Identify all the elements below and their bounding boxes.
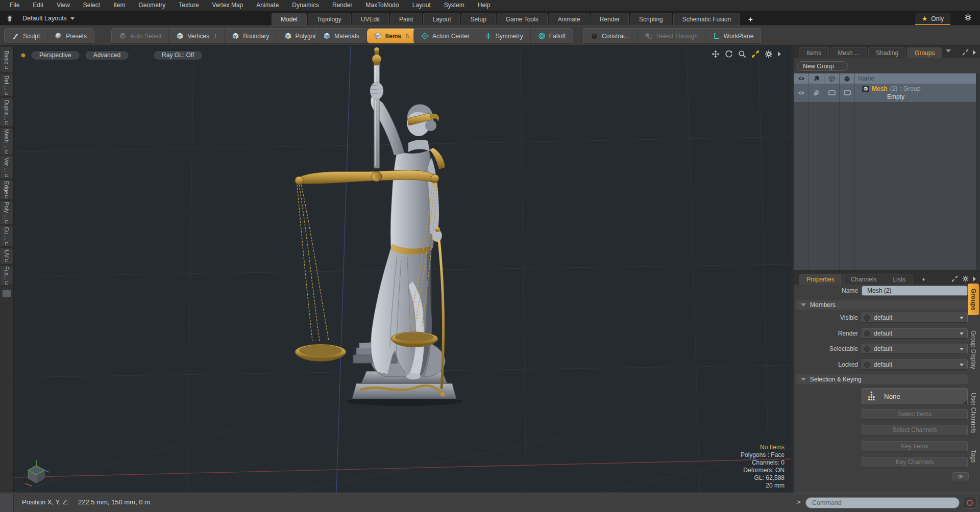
channel-socket-icon[interactable]	[864, 346, 870, 352]
tab-mesh-ops[interactable]: Mesh ...	[830, 47, 867, 58]
menu-edit[interactable]: Edit	[26, 0, 50, 11]
group-name-input[interactable]	[862, 286, 968, 296]
workplane-button[interactable]: WorkPlane	[705, 29, 761, 43]
menu-maxtomodo[interactable]: MaxToModo	[359, 0, 405, 11]
selectable-dropdown[interactable]: default	[862, 344, 968, 354]
tab-scripting[interactable]: Scripting	[630, 13, 672, 25]
list-scrollbar[interactable]	[976, 73, 980, 270]
toolbox-palette-tile[interactable]	[2, 290, 11, 297]
edge-tab-group-display[interactable]: Group Display	[968, 317, 979, 382]
zoom-icon[interactable]	[738, 50, 746, 58]
orbit-icon[interactable]	[725, 50, 733, 58]
cube-filled-column-icon[interactable]	[840, 73, 855, 84]
edge-tab-groups[interactable]: Groups	[968, 284, 979, 315]
menu-geometry[interactable]: Geometry	[132, 0, 173, 11]
constraints-button[interactable]: Constrai...	[583, 29, 638, 43]
gear-icon[interactable]	[765, 50, 773, 58]
locked-dropdown[interactable]: default	[862, 360, 968, 370]
gear-icon[interactable]	[962, 275, 969, 282]
key-channels-button[interactable]: Key Channels	[862, 457, 968, 468]
channel-socket-icon[interactable]	[864, 331, 870, 337]
members-section-header[interactable]: Members	[796, 300, 968, 310]
perspective-button[interactable]: Perspective	[31, 50, 80, 60]
record-macro-button[interactable]	[963, 497, 976, 509]
tab-topology[interactable]: Topology	[308, 13, 351, 25]
sidebar-tab-curves[interactable]: Cu ...	[1, 225, 13, 247]
menu-file[interactable]: File	[3, 0, 26, 11]
tab-channels[interactable]: Channels	[843, 274, 885, 285]
tab-render[interactable]: Render	[591, 13, 629, 25]
tab-uvedit[interactable]: UVEdit	[352, 13, 389, 25]
tab-properties[interactable]: Properties	[799, 274, 842, 285]
add-workspace-tab-button[interactable]: +	[741, 13, 760, 25]
menu-layout[interactable]: Layout	[406, 0, 437, 11]
sidebar-tab-edge[interactable]: Edge	[1, 180, 13, 200]
row-eye-icon[interactable]	[794, 84, 809, 102]
falloff-button[interactable]: Falloff	[531, 29, 573, 43]
tab-items[interactable]: Items	[799, 47, 829, 58]
menu-render[interactable]: Render	[326, 0, 359, 11]
pan-icon[interactable]	[712, 50, 720, 58]
sidebar-tab-mesh[interactable]: Mesh ...	[1, 127, 13, 155]
tab-setup[interactable]: Setup	[461, 13, 495, 25]
sidebar-tab-duplicate[interactable]: Duplic...	[1, 97, 13, 127]
tab-model[interactable]: Model	[272, 13, 307, 25]
tab-animate[interactable]: Animate	[549, 13, 590, 25]
tab-layout[interactable]: Layout	[423, 13, 460, 25]
select-channels-button[interactable]: Select Channels	[862, 425, 968, 436]
tab-overflow-icon[interactable]	[946, 49, 951, 53]
menu-view[interactable]: View	[50, 0, 77, 11]
cube-outline-column-icon[interactable]	[824, 73, 840, 84]
tab-lists[interactable]: Lists	[885, 274, 913, 285]
tab-shading[interactable]: Shading	[868, 47, 906, 58]
menu-item[interactable]: Item	[107, 0, 132, 11]
render-dropdown[interactable]: default	[862, 328, 968, 339]
symmetry-button[interactable]: Symmetry	[477, 29, 531, 43]
row-checkbox-1[interactable]	[824, 84, 840, 102]
menu-system[interactable]: System	[437, 0, 471, 11]
gear-icon[interactable]	[964, 14, 972, 23]
group-list-row[interactable]: Mesh (2) : Group Empty	[794, 84, 976, 102]
edge-tab-tags[interactable]: Tags	[968, 444, 979, 469]
command-input[interactable]	[805, 497, 960, 508]
presets-button[interactable]: Presets	[47, 29, 94, 43]
item-list-empty-area[interactable]	[794, 102, 976, 270]
maximize-icon[interactable]	[751, 50, 760, 58]
select-through-button[interactable]: Select Through	[638, 29, 705, 43]
vertices-mode-button[interactable]: Vertices 1	[169, 29, 225, 43]
action-center-button[interactable]: Action Center	[414, 29, 477, 43]
menu-select[interactable]: Select	[77, 0, 107, 11]
panel-expand-icon[interactable]	[973, 276, 976, 281]
sidebar-tab-vertex[interactable]: Ver ...	[1, 156, 13, 179]
panel-expand-icon[interactable]	[973, 50, 976, 55]
ray-gl-button[interactable]: Ray GL: Off	[153, 50, 203, 60]
selection-keying-section-header[interactable]: Selection & Keying	[796, 374, 968, 384]
axis-gizmo-icon[interactable]	[23, 458, 51, 488]
edge-tab-user-channels[interactable]: User Channels	[968, 385, 979, 442]
3d-viewport[interactable]: Perspective Advanced Ray GL: Off No Item…	[14, 46, 791, 493]
auto-select-button[interactable]: Auto Select	[112, 29, 169, 43]
only-toggle-button[interactable]: ★ Only	[915, 13, 950, 25]
more-options-button[interactable]: ≫	[952, 472, 969, 480]
menu-dynamics[interactable]: Dynamics	[285, 0, 326, 11]
menu-vertex-map[interactable]: Vertex Map	[206, 0, 250, 11]
detach-panel-icon[interactable]	[962, 49, 969, 56]
key-items-button[interactable]: Key Items	[862, 441, 968, 452]
group-row-label[interactable]: Mesh (2) : Group Empty	[855, 84, 976, 102]
render-column-icon[interactable]	[809, 73, 824, 84]
layout-switcher-dropdown[interactable]: Default Layouts	[22, 15, 75, 22]
viewport-expand-icon[interactable]	[778, 52, 781, 57]
tab-groups[interactable]: Groups	[907, 47, 942, 58]
channel-socket-icon[interactable]	[864, 315, 870, 321]
shading-mode-button[interactable]: Advanced	[85, 50, 129, 60]
channel-socket-icon[interactable]	[864, 362, 870, 368]
sidebar-tab-polygon[interactable]: Poly ...	[1, 200, 13, 225]
viewport-status-dot[interactable]	[21, 53, 26, 58]
items-mode-button[interactable]: Items 5	[367, 29, 416, 43]
visibility-column-icon[interactable]	[794, 73, 809, 84]
select-items-button[interactable]: Select Items	[862, 409, 968, 420]
sidebar-tab-fusion[interactable]: Fus...	[1, 265, 13, 286]
menu-texture[interactable]: Texture	[172, 0, 205, 11]
sidebar-tab-basic[interactable]: Basic	[1, 46, 13, 73]
selection-mode-none-button[interactable]: None	[862, 388, 968, 405]
